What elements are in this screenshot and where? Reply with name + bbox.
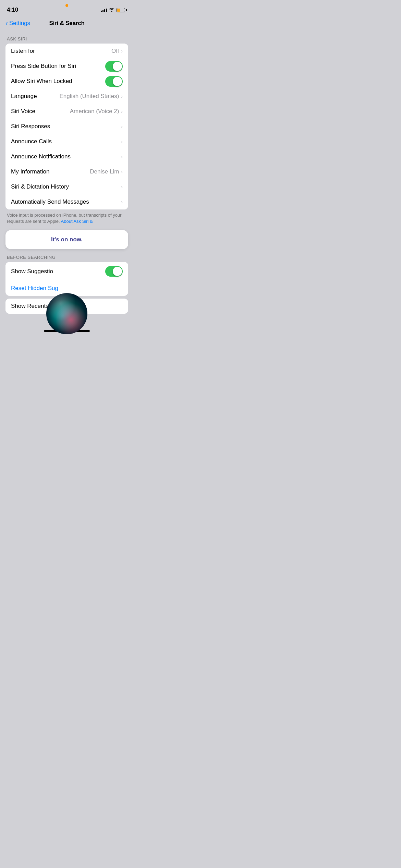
siri-responses-chevron-icon: › <box>121 124 123 129</box>
show-suggestions-label: Show Suggestio <box>11 268 105 275</box>
announce-notifications-chevron-icon: › <box>121 154 123 159</box>
navigation-bar: ‹ Settings Siri & Search <box>0 17 134 31</box>
announce-calls-row[interactable]: Announce Calls › <box>5 134 128 149</box>
status-bar: 4:10 <box>0 0 134 17</box>
announce-calls-chevron-icon: › <box>121 139 123 144</box>
ask-siri-section-label: ASK SIRI <box>0 34 134 44</box>
listen-for-chevron-icon: › <box>121 48 123 54</box>
signal-bar-3 <box>104 9 105 12</box>
wifi-icon <box>109 8 114 13</box>
my-information-chevron-icon: › <box>121 169 123 174</box>
reset-hidden-label: Reset Hidden Sug <box>11 285 58 292</box>
allow-siri-locked-row[interactable]: Allow Siri When Locked <box>5 74 128 89</box>
show-suggestions-toggle[interactable] <box>105 266 123 277</box>
siri-voice-value: American (Voice 2) <box>70 108 119 115</box>
status-time: 4:10 <box>7 7 18 13</box>
tooltip-banner: It's on now. <box>5 230 128 249</box>
my-information-row[interactable]: My Information Denise Lim › <box>5 164 128 179</box>
language-chevron-icon: › <box>121 94 123 99</box>
my-information-label: My Information <box>11 168 90 175</box>
my-information-value: Denise Lim <box>90 168 119 175</box>
siri-orb-container <box>0 300 134 327</box>
siri-voice-row[interactable]: Siri Voice American (Voice 2) › <box>5 104 128 119</box>
listen-for-label: Listen for <box>11 48 111 55</box>
press-side-button-row[interactable]: Press Side Button for Siri <box>5 59 128 74</box>
siri-orb-gradient <box>46 293 87 334</box>
language-row[interactable]: Language English (United States) › <box>5 89 128 104</box>
siri-dictation-history-label: Siri & Dictation History <box>11 183 121 190</box>
ask-siri-settings-group: Listen for Off › Press Side Button for S… <box>5 44 128 209</box>
announce-calls-label: Announce Calls <box>11 138 121 145</box>
announce-notifications-row[interactable]: Announce Notifications › <box>5 149 128 164</box>
toggle-knob <box>113 62 122 71</box>
before-searching-settings-group: Show Suggestio Reset Hidden Sug <box>5 262 128 296</box>
listen-for-row[interactable]: Listen for Off › <box>5 44 128 59</box>
siri-voice-chevron-icon: › <box>121 109 123 114</box>
back-chevron-icon: ‹ <box>5 19 8 27</box>
show-suggestions-row[interactable]: Show Suggestio <box>5 262 128 281</box>
battery-icon <box>117 8 127 12</box>
auto-send-messages-chevron-icon: › <box>121 199 123 205</box>
signal-bars-icon <box>101 8 107 12</box>
language-value: English (United States) <box>59 93 119 100</box>
siri-dictation-history-row[interactable]: Siri & Dictation History › <box>5 179 128 194</box>
back-button-label: Settings <box>9 20 30 27</box>
before-searching-label: BEFORE SEARCHING <box>0 252 134 262</box>
siri-dictation-history-chevron-icon: › <box>121 184 123 190</box>
announce-notifications-label: Announce Notifications <box>11 153 121 160</box>
language-label: Language <box>11 93 59 100</box>
siri-orb <box>46 293 87 334</box>
siri-responses-row[interactable]: Siri Responses › <box>5 119 128 134</box>
about-ask-siri-link[interactable]: About Ask Siri & <box>61 219 93 224</box>
orange-dot-indicator <box>65 4 68 7</box>
press-side-button-label: Press Side Button for Siri <box>11 63 105 70</box>
signal-bar-4 <box>106 9 107 12</box>
toggle-knob <box>113 77 122 86</box>
auto-send-messages-label: Automatically Send Messages <box>11 198 121 205</box>
page-title: Siri & Search <box>49 20 84 27</box>
footer-text: Voice input is processed on iPhone, but … <box>0 209 134 227</box>
listen-for-value: Off <box>111 48 119 55</box>
allow-siri-locked-label: Allow Siri When Locked <box>11 78 105 85</box>
signal-bar-1 <box>101 11 102 12</box>
toggle-knob <box>113 267 122 276</box>
siri-voice-label: Siri Voice <box>11 108 70 115</box>
signal-bar-2 <box>102 10 104 12</box>
siri-responses-label: Siri Responses <box>11 123 121 130</box>
status-icons <box>101 8 127 13</box>
allow-siri-locked-toggle[interactable] <box>105 76 123 87</box>
tooltip-text: It's on now. <box>51 236 83 243</box>
back-button[interactable]: ‹ Settings <box>5 20 30 27</box>
auto-send-messages-row[interactable]: Automatically Send Messages › <box>5 194 128 209</box>
press-side-button-toggle[interactable] <box>105 61 123 72</box>
